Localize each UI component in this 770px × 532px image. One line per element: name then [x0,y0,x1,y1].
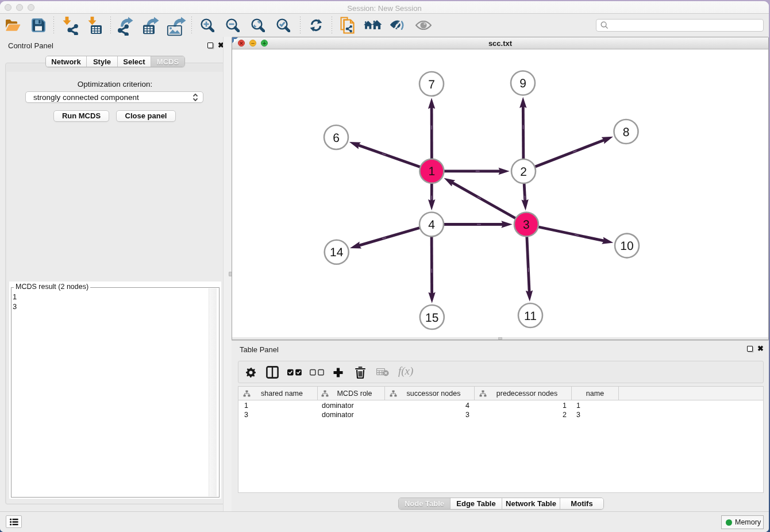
svg-text:3: 3 [523,218,530,232]
svg-text:14: 14 [330,246,344,259]
svg-text:9: 9 [519,77,526,90]
svg-text:8: 8 [623,126,630,139]
svg-text:2: 2 [520,165,527,179]
svg-text:10: 10 [620,240,633,253]
svg-text:7: 7 [428,78,435,91]
svg-text:15: 15 [425,311,438,325]
svg-text:4: 4 [428,218,435,232]
svg-text:1: 1 [429,165,436,178]
svg-text:11: 11 [524,310,537,323]
svg-text:6: 6 [333,132,340,145]
